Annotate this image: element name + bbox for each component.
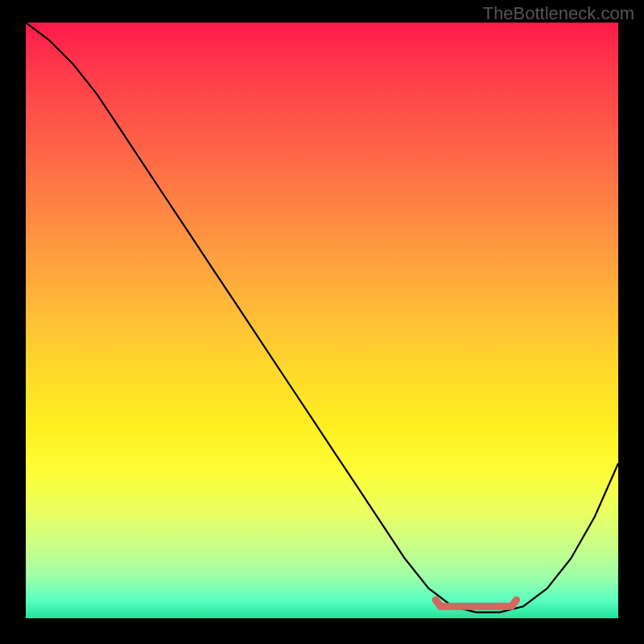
plot-area (26, 23, 618, 618)
curve-line (26, 23, 618, 613)
chart-svg (26, 23, 618, 618)
valley-marker (436, 600, 516, 606)
watermark-text: TheBottleneck.com (483, 3, 634, 24)
